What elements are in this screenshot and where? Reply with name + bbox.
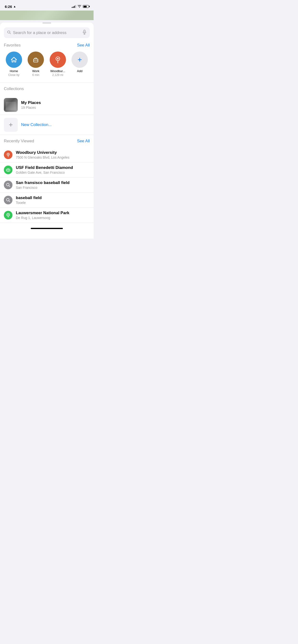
sf-baseball-info: San fransisco baseball field San Francis…	[16, 180, 90, 190]
work-circle	[28, 52, 44, 68]
favorites-row: Home Close by Work 6 min	[0, 52, 94, 77]
my-places-count: 19 Places	[21, 106, 90, 110]
lauwersmeer-address: De Rug 1, Lauwersoog	[16, 216, 90, 220]
collections-title: Collections	[4, 86, 24, 91]
collections-header: Collections	[0, 86, 94, 91]
recently-viewed-see-all[interactable]: See All	[77, 139, 90, 144]
woodbury-university-icon	[4, 150, 13, 159]
home-bar	[31, 228, 63, 229]
recent-usf-field[interactable]: USF Field Benedetti Diamond Golden Gate …	[0, 162, 94, 178]
sf-baseball-icon	[4, 181, 13, 189]
status-icons	[72, 5, 89, 8]
usf-field-info: USF Field Benedetti Diamond Golden Gate …	[16, 165, 90, 174]
add-label: Add	[77, 69, 83, 73]
woodbury-university-name: Woodbury University	[16, 150, 90, 155]
baseball-field-address: Tooele	[16, 201, 90, 204]
baseball-field-icon	[4, 196, 13, 204]
recent-sf-baseball[interactable]: San fransisco baseball field San Francis…	[0, 178, 94, 192]
my-places-thumbnail	[4, 98, 18, 112]
microphone-icon[interactable]	[83, 30, 86, 36]
search-bar[interactable]: Search for a place or address	[4, 27, 90, 38]
favorites-header: Favorites See All	[0, 43, 94, 48]
add-circle: +	[72, 52, 88, 68]
wifi-icon	[77, 5, 81, 8]
search-icon	[7, 30, 11, 35]
woodbury-university-info: Woodbury University 7500 N Glenoaks Blvd…	[16, 150, 90, 159]
home-indicator	[0, 223, 94, 232]
favorite-work[interactable]: Work 6 min	[26, 52, 45, 77]
woodbury-circle	[50, 52, 66, 68]
home-sublabel: Close by	[8, 73, 20, 77]
lauwersmeer-icon	[4, 211, 13, 220]
baseball-field-info: baseball field Tooele	[16, 196, 90, 204]
svg-line-15	[9, 201, 10, 202]
status-bar: 6:26 ▲	[0, 0, 94, 10]
favorites-see-all[interactable]: See All	[77, 43, 90, 48]
collections-section: Collections My Places 19 Places + New Co…	[0, 82, 94, 135]
svg-point-10	[8, 154, 9, 155]
recently-viewed-header: Recently Viewed See All	[0, 139, 94, 144]
svg-point-8	[57, 58, 59, 60]
lauwersmeer-info: Lauwersmeer National Park De Rug 1, Lauw…	[16, 210, 90, 220]
favorite-add[interactable]: + Add	[70, 52, 89, 77]
signal-icon	[72, 5, 76, 8]
sheet-handle	[43, 22, 51, 24]
svg-line-13	[9, 186, 10, 187]
recently-viewed-title: Recently Viewed	[4, 139, 34, 144]
svg-line-1	[10, 33, 11, 34]
home-label: Home	[10, 69, 18, 73]
new-collection-label: New Collection...	[21, 122, 52, 127]
baseball-field-name: baseball field	[16, 196, 90, 200]
status-time: 6:26	[5, 4, 12, 8]
recent-baseball-field[interactable]: baseball field Tooele	[0, 192, 94, 208]
usf-field-address: Golden Gate Ave, San Francisco	[16, 170, 90, 174]
bottom-sheet: Search for a place or address Favorites …	[0, 22, 94, 238]
woodbury-label: Woodbur...	[50, 69, 65, 73]
recent-lauwersmeer[interactable]: Lauwersmeer National Park De Rug 1, Lauw…	[0, 208, 94, 223]
battery-icon	[83, 5, 89, 8]
new-collection-item[interactable]: + New Collection...	[0, 115, 94, 135]
my-places-info: My Places 19 Places	[21, 100, 90, 110]
favorites-title: Favorites	[4, 43, 21, 48]
sf-baseball-address: San Francisco	[16, 186, 90, 190]
search-placeholder: Search for a place or address	[13, 30, 81, 35]
location-arrow-icon: ▲	[13, 5, 16, 8]
favorite-woodbury[interactable]: Woodbur... 2,129 mi	[48, 52, 67, 77]
lauwersmeer-name: Lauwersmeer National Park	[16, 210, 90, 216]
my-places-name: My Places	[21, 100, 90, 105]
recently-viewed-section: Recently Viewed See All Woodbury Univers…	[0, 135, 94, 223]
recent-woodbury-university[interactable]: Woodbury University 7500 N Glenoaks Blvd…	[0, 147, 94, 162]
add-sublabel	[79, 73, 80, 77]
usf-field-icon	[4, 166, 13, 174]
svg-rect-2	[84, 30, 85, 32]
usf-field-name: USF Field Benedetti Diamond	[16, 165, 90, 170]
my-places-item[interactable]: My Places 19 Places	[0, 95, 94, 115]
favorite-home[interactable]: Home Close by	[4, 52, 24, 77]
work-sublabel: 6 min	[32, 73, 39, 77]
work-label: Work	[32, 69, 39, 73]
new-collection-icon: +	[4, 118, 18, 132]
woodbury-sublabel: 2,129 mi	[52, 73, 63, 77]
map-background	[0, 10, 94, 20]
woodbury-university-address: 7500 N Glenoaks Blvd, Los Angeles	[16, 156, 90, 159]
home-circle	[6, 52, 22, 68]
sf-baseball-name: San fransisco baseball field	[16, 180, 90, 185]
